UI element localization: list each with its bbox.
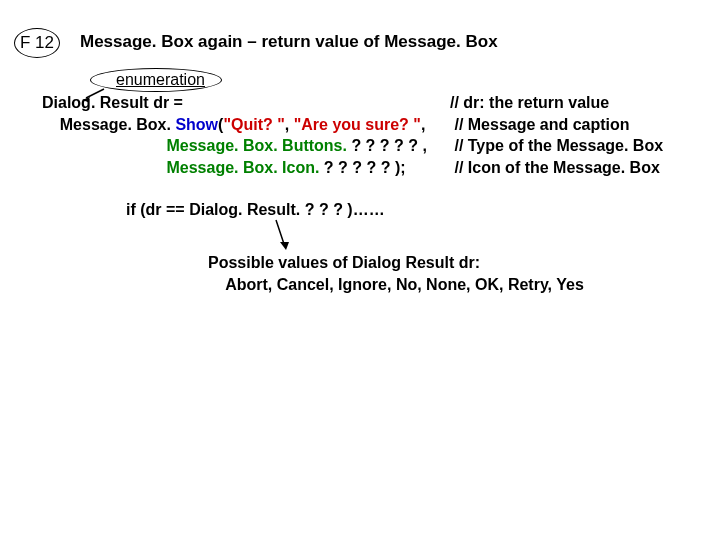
- code-text: dr =: [149, 94, 183, 111]
- enumeration-label: enumeration: [116, 71, 205, 89]
- comment-text: // Message and caption: [450, 116, 630, 133]
- code-text: Message. Box. Icon.: [166, 159, 323, 176]
- comments-block: // dr: the return value // Message and c…: [450, 92, 663, 178]
- if-statement: if (dr == Dialog. Result. ? ? ? )……: [126, 201, 385, 219]
- code-text: Show: [175, 116, 218, 133]
- possible-values-block: Possible values of Dialog Result dr: Abo…: [208, 252, 584, 295]
- code-text: Message. Box. Buttons.: [166, 137, 351, 154]
- svg-line-2: [276, 220, 284, 244]
- possible-values-heading: Possible values of Dialog Result dr:: [208, 254, 480, 271]
- code-text: [42, 159, 166, 176]
- code-text: [42, 137, 166, 154]
- slide-title: Message. Box again – return value of Mes…: [80, 32, 498, 52]
- code-text: "Are you sure? ": [294, 116, 421, 133]
- svg-marker-3: [280, 242, 289, 250]
- code-text: ? ? ? ? ? ,: [351, 137, 427, 154]
- possible-values-list: Abort, Cancel, Ignore, No, None, OK, Ret…: [208, 276, 584, 293]
- arrow-icon: [268, 218, 292, 254]
- code-text: ,: [285, 116, 294, 133]
- comment-text: // Icon of the Message. Box: [450, 159, 660, 176]
- code-text: "Quit? ": [223, 116, 284, 133]
- comment-text: // dr: the return value: [450, 94, 609, 111]
- code-text: Message. Box.: [42, 116, 175, 133]
- slide-number-badge: F 12: [14, 28, 60, 58]
- comment-text: // Type of the Message. Box: [450, 137, 663, 154]
- code-text: ,: [421, 116, 425, 133]
- code-text: Dialog. Result: [42, 94, 149, 111]
- code-text: ? ? ? ? ? );: [324, 159, 406, 176]
- code-block: Dialog. Result dr = Message. Box. Show("…: [42, 92, 427, 178]
- slide-number: F 12: [20, 33, 54, 53]
